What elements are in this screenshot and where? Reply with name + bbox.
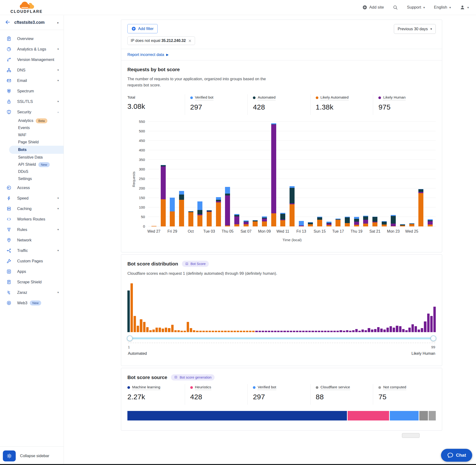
stacked-bar[interactable] [188, 122, 193, 226]
stat-label[interactable]: Cloudflare service [320, 385, 350, 390]
bar-slot: Oct [186, 122, 195, 226]
stat-label[interactable]: Verified bot [195, 95, 214, 100]
stat-label[interactable]: Verified bot [258, 385, 276, 390]
sidebar-item-version-management[interactable]: Version Management [0, 54, 63, 65]
account-menu[interactable]: ▾ [460, 5, 469, 10]
sidebar-item-workers-routes[interactable]: Workers Routes [0, 214, 63, 224]
histogram-bar [327, 331, 329, 332]
sidebar-item-custom-pages[interactable]: Custom Pages [0, 256, 63, 266]
sidebar-item-overview[interactable]: Overview [0, 33, 63, 44]
stacked-bar[interactable] [225, 122, 230, 226]
bar-segment [327, 225, 331, 226]
sidebar-item-access[interactable]: Access [0, 182, 63, 193]
stacked-bar[interactable] [382, 122, 387, 226]
sidebar-item-caching[interactable]: Caching▾ [0, 203, 63, 214]
close-icon[interactable] [188, 39, 192, 43]
stacked-bar[interactable] [151, 122, 157, 226]
stacked-bar[interactable] [262, 122, 267, 226]
sidebar-item-sensitive-data[interactable]: Sensitive Data [0, 154, 63, 161]
bar-segment [354, 222, 359, 225]
y-tick-label: 500 [139, 129, 145, 133]
filter-chip: IP does not equal 35.212.240.32 [127, 36, 195, 45]
sidebar-item-email[interactable]: Email▾ [0, 75, 63, 86]
stacked-bar[interactable] [354, 122, 359, 226]
stacked-bar[interactable] [363, 122, 368, 226]
stacked-bar[interactable] [336, 122, 340, 226]
stat-total: Total3.08k [127, 94, 185, 115]
stacked-bar[interactable] [161, 122, 166, 226]
book-icon [174, 375, 178, 379]
stacked-bar[interactable] [216, 122, 221, 226]
settings-gear-button[interactable] [3, 451, 16, 461]
collapse-sidebar-button[interactable]: Collapse sidebar [20, 454, 49, 458]
stat-label[interactable]: Likely Automated [320, 95, 349, 100]
slider-handle-max[interactable] [431, 336, 436, 341]
stacked-bar[interactable] [253, 122, 258, 226]
sidebar-item-analytics[interactable]: AnalyticsBeta [0, 117, 63, 124]
stacked-bar[interactable] [271, 122, 276, 226]
stacked-bar[interactable] [243, 122, 249, 226]
sidebar-item-scrape-shield[interactable]: Scrape Shield [0, 277, 63, 287]
sidebar-item-bots[interactable]: Bots [9, 146, 63, 154]
stat-label[interactable]: Heuristics [195, 385, 211, 390]
stacked-bar[interactable] [179, 122, 184, 226]
sidebar-item-security[interactable]: Security▴ [0, 107, 63, 117]
sidebar-item-page-shield[interactable]: Page Shield [0, 138, 63, 146]
stat-label[interactable]: Not computed [383, 385, 406, 390]
stacked-bar[interactable] [308, 122, 313, 226]
sidebar-item-ddos[interactable]: DDoS [0, 168, 63, 175]
sidebar-item-dns[interactable]: DNS▾ [0, 65, 63, 75]
sidebar-item-zaraz[interactable]: Zaraz▾ [0, 287, 63, 298]
language-menu[interactable]: English ▾ [434, 5, 451, 10]
x-tick-label: Tue 03 [203, 229, 215, 233]
stacked-bar[interactable] [234, 122, 239, 226]
sidebar-item-network[interactable]: Network [0, 235, 63, 245]
sidebar-item-spectrum[interactable]: Spectrum [0, 86, 63, 96]
add-site-button[interactable]: Add site [362, 5, 384, 10]
search-button[interactable] [393, 5, 398, 10]
histogram-bar [271, 331, 273, 332]
sidebar-item-traffic[interactable]: Traffic▾ [0, 245, 63, 256]
date-range-select[interactable]: Previous 30 days ▾ [394, 24, 436, 34]
add-filter-button[interactable]: Add filter [127, 24, 158, 33]
stacked-bar[interactable] [428, 122, 433, 226]
stacked-bar[interactable] [372, 122, 377, 226]
stacked-bar[interactable] [170, 122, 175, 226]
stacked-bar[interactable] [418, 122, 423, 226]
bot-score-generation-badge[interactable]: Bot score generation [171, 374, 214, 380]
sidebar-item-settings[interactable]: Settings [0, 175, 63, 182]
stat-label[interactable]: Machine learning [132, 385, 160, 390]
sidebar-item-analytics-logs[interactable]: Analytics & Logs▾ [0, 44, 63, 54]
stacked-bar[interactable] [290, 122, 295, 226]
stacked-bar[interactable] [197, 122, 202, 226]
stacked-bar[interactable] [391, 122, 396, 226]
sidebar-item-events[interactable]: Events [0, 124, 63, 131]
stat-label[interactable]: Likely Human [383, 95, 405, 100]
stacked-bar[interactable] [280, 122, 285, 226]
sidebar-item-web3[interactable]: Web3New [0, 298, 63, 308]
histogram-bar [277, 331, 280, 332]
stacked-bar[interactable] [327, 122, 331, 226]
report-incorrect-data-link[interactable]: Report incorrect data [127, 52, 164, 57]
bot-score-badge[interactable]: Bot Score [182, 261, 209, 267]
stat-label[interactable]: Automated [258, 95, 275, 100]
support-menu[interactable]: Support ▾ [407, 5, 425, 10]
back-button[interactable] [5, 19, 11, 26]
stacked-bar[interactable] [299, 122, 304, 226]
chat-button[interactable]: Chat [441, 449, 472, 462]
stacked-bar[interactable] [317, 122, 322, 226]
sidebar-item-api-shield[interactable]: API ShieldNew [0, 161, 63, 168]
sidebar-item-rules[interactable]: Rules▾ [0, 224, 63, 235]
stacked-bar[interactable] [409, 122, 414, 226]
histogram-bar [402, 329, 405, 332]
sidebar-item-apps[interactable]: Apps [0, 266, 63, 277]
chevron-right-icon[interactable]: ▸ [57, 21, 59, 24]
sidebar-item-ssl-tls[interactable]: SSL/TLS▾ [0, 96, 63, 107]
stacked-bar[interactable] [345, 122, 350, 226]
sidebar-item-speed[interactable]: Speed▾ [0, 193, 63, 203]
slider-handle-min[interactable] [127, 336, 133, 341]
stacked-bar[interactable] [207, 122, 212, 226]
sidebar-item-waf[interactable]: WAF [0, 131, 63, 138]
score-range-slider[interactable] [130, 337, 433, 339]
stacked-bar[interactable] [400, 122, 405, 226]
